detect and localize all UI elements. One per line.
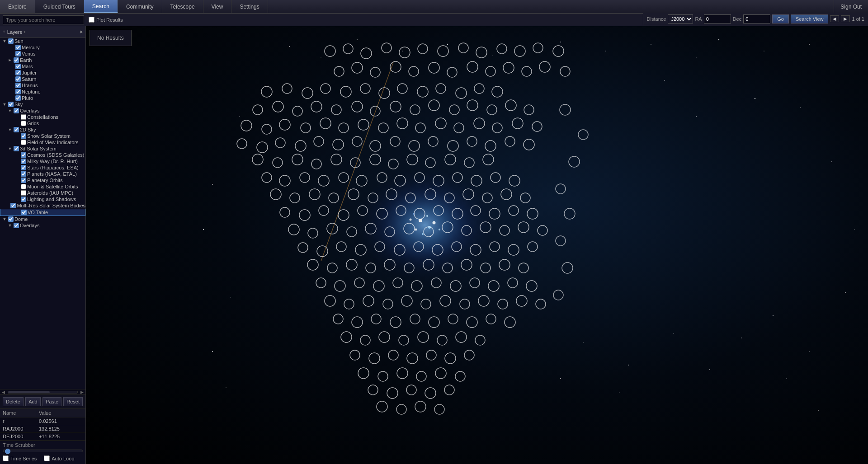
nav-telescope[interactable]: Telescope — [162, 0, 203, 13]
auto-loop-option[interactable]: Auto Loop — [44, 455, 74, 461]
tree-item-moon-satellite[interactable]: Moon & Satellite Orbits — [0, 183, 85, 190]
checkbox-multires[interactable] — [10, 203, 16, 208]
expand-icon-dome[interactable]: ▼ — [2, 217, 7, 221]
tree-item-planetary-orbits[interactable]: Planetary Orbits — [0, 177, 85, 183]
space-canvas[interactable]: No Results — [86, 26, 868, 464]
tree-item-vo-table[interactable]: VO Table — [0, 209, 85, 216]
checkbox-overlays[interactable] — [14, 108, 19, 113]
scrubber-track[interactable] — [3, 450, 83, 452]
checkbox-moon-satellite[interactable] — [21, 184, 26, 189]
expand-icon-3d-solar[interactable]: ▼ — [7, 146, 13, 151]
checkbox-fov[interactable] — [21, 140, 26, 145]
paste-button[interactable]: Paste — [42, 397, 61, 406]
reset-button[interactable]: Reset — [63, 397, 83, 406]
checkbox-earth[interactable] — [14, 57, 19, 63]
tree-item-overlays[interactable]: ▼ Overlays — [0, 108, 85, 114]
search-input[interactable] — [3, 15, 84, 24]
expand-icon-2dsky[interactable]: ▼ — [7, 127, 13, 132]
next-page-button[interactable]: ▶ — [841, 15, 850, 22]
tree-item-saturn[interactable]: Saturn — [0, 76, 85, 82]
checkbox-asteroids[interactable] — [21, 190, 26, 196]
nav-settings[interactable]: Settings — [231, 0, 268, 13]
checkbox-mercury[interactable] — [15, 45, 21, 50]
tree-item-mercury[interactable]: Mercury — [0, 44, 85, 51]
time-series-option[interactable]: Time Series — [3, 455, 37, 461]
tree-item-mars[interactable]: Mars — [0, 63, 85, 70]
expand-icon-sky[interactable]: ▼ — [2, 102, 7, 107]
time-series-checkbox[interactable] — [3, 455, 9, 461]
go-button[interactable]: Go — [772, 14, 789, 23]
checkbox-cosmos[interactable] — [21, 152, 26, 158]
checkbox-planets[interactable] — [21, 171, 26, 177]
signout-button[interactable]: Sign Out — [834, 0, 868, 13]
checkbox-pluto[interactable] — [15, 95, 21, 101]
nav-community[interactable]: Community — [118, 0, 162, 13]
checkbox-dome[interactable] — [8, 216, 14, 222]
tree-item-earth[interactable]: ► Earth — [0, 57, 85, 63]
checkbox-saturn[interactable] — [15, 76, 21, 82]
tree-item-jupiter[interactable]: Jupiter — [0, 70, 85, 76]
tree-item-planets[interactable]: Planets (NASA, ETAL) — [0, 171, 85, 177]
expand-icon-dome-overlays[interactable]: ▼ — [7, 223, 13, 228]
checkbox-stars[interactable] — [21, 165, 26, 170]
plot-results-checkbox[interactable] — [89, 17, 94, 23]
nav-guided-tours[interactable]: Guided Tours — [35, 0, 84, 13]
tree-item-milkyway[interactable]: Milky Way (Dr. R. Hurt) — [0, 158, 85, 164]
checkbox-lighting[interactable] — [21, 197, 26, 202]
checkbox-sun[interactable] — [8, 38, 14, 44]
nav-search[interactable]: Search — [84, 0, 118, 13]
expand-icon-earth[interactable]: ► — [7, 58, 13, 62]
tree-hscroll[interactable]: ◀ ▶ — [0, 389, 85, 394]
tree-item-asteroids[interactable]: Asteroids (IAU MPC) — [0, 190, 85, 196]
checkbox-planetary-orbits[interactable] — [21, 178, 26, 183]
prev-page-button[interactable]: ◀ — [830, 15, 839, 22]
search-view-button[interactable]: Search View — [791, 14, 829, 23]
checkbox-3d-solar[interactable] — [14, 146, 19, 151]
tree-item-lighting[interactable]: Lighting and Shadows — [0, 196, 85, 202]
tree-item-sun[interactable]: ▼ Sun — [0, 38, 85, 44]
tree-item-3d-solar[interactable]: ▼ 3d Solar System — [0, 145, 85, 152]
tree-item-uranus[interactable]: Uranus — [0, 82, 85, 89]
checkbox-neptune[interactable] — [15, 89, 21, 94]
checkbox-sky[interactable] — [8, 102, 14, 107]
add-button[interactable]: Add — [25, 397, 41, 406]
dec-input[interactable] — [743, 14, 770, 23]
tree-item-cosmos[interactable]: Cosmos (SDSS Galaxies) — [0, 152, 85, 158]
plot-results-label[interactable]: Plot Results — [89, 17, 123, 23]
tree-item-dome-overlays[interactable]: ▼ Overlays — [0, 222, 85, 229]
tree-item-constellations[interactable]: Constellations — [0, 114, 85, 120]
nav-view[interactable]: View — [203, 0, 232, 13]
layers-collapse-btn[interactable]: › — [24, 29, 25, 34]
checkbox-mars[interactable] — [15, 64, 21, 69]
checkbox-grids[interactable] — [21, 121, 26, 126]
tree-item-venus[interactable]: Venus — [0, 51, 85, 57]
expand-icon-sun[interactable]: ▼ — [2, 39, 7, 43]
tree-item-fov[interactable]: Field of View Indicators — [0, 139, 85, 145]
expand-icon-overlays[interactable]: ▼ — [7, 108, 13, 113]
auto-loop-checkbox[interactable] — [44, 455, 50, 461]
tree-item-neptune[interactable]: Neptune — [0, 89, 85, 95]
tree-item-dome[interactable]: ▼ Dome — [0, 216, 85, 222]
checkbox-show-solar-system[interactable] — [21, 133, 26, 139]
tree-item-pluto[interactable]: Pluto — [0, 95, 85, 101]
hscroll-left-btn[interactable]: ◀ — [0, 390, 7, 394]
scrubber-thumb[interactable] — [5, 449, 10, 454]
nav-explore[interactable]: Explore — [0, 0, 35, 13]
checkbox-constellations[interactable] — [21, 114, 26, 120]
checkbox-jupiter[interactable] — [15, 70, 21, 75]
layers-close-btn[interactable]: × — [80, 29, 83, 35]
tree-item-2dsky[interactable]: ▼ 2D Sky — [0, 127, 85, 133]
checkbox-dome-overlays[interactable] — [14, 223, 19, 228]
checkbox-vo-table[interactable] — [21, 210, 27, 215]
checkbox-uranus[interactable] — [15, 83, 21, 88]
j2000-select[interactable]: J2000 — [668, 14, 693, 23]
hscroll-right-btn[interactable]: ▶ — [79, 390, 85, 394]
layers-expand-btn[interactable]: + — [3, 29, 5, 34]
checkbox-venus[interactable] — [15, 51, 21, 56]
checkbox-2dsky[interactable] — [14, 127, 19, 132]
tree-item-grids[interactable]: Grids — [0, 120, 85, 127]
ra-input[interactable] — [704, 14, 731, 23]
delete-button[interactable]: Delete — [3, 397, 24, 406]
tree-item-show-solar-system[interactable]: Show Solar System — [0, 133, 85, 139]
checkbox-milkyway[interactable] — [21, 159, 26, 164]
